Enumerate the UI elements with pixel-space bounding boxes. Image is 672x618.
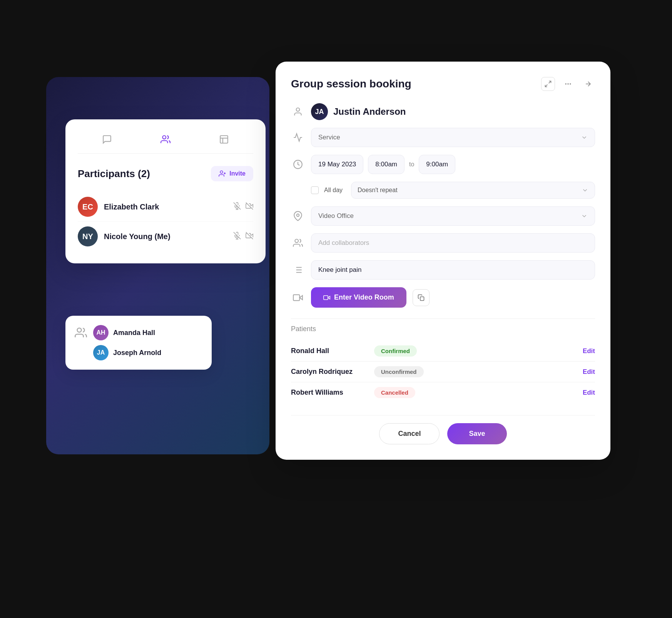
group-card: AH Amanda Hall JA Joseph Arnold	[65, 316, 212, 370]
copy-button[interactable]	[413, 289, 430, 306]
service-select[interactable]: Service	[311, 128, 595, 147]
svg-point-19	[570, 84, 571, 84]
svg-line-17	[545, 85, 548, 87]
collaborators-icon	[291, 238, 305, 248]
patient-row-ronald: Ronald Hall Confirmed Edit	[291, 341, 595, 362]
notes-row: Knee joint pain	[291, 260, 595, 280]
avatar-joseph: JA	[93, 345, 109, 360]
collaborators-placeholder: Add collaborators	[318, 239, 369, 246]
tab-chat[interactable]	[99, 132, 115, 147]
collaborators-field[interactable]: Add collaborators	[311, 233, 595, 253]
patient-name-ronald: Ronald Hall	[291, 347, 368, 355]
member-name-amanda: Amanda Hall	[113, 329, 155, 337]
service-icon	[291, 132, 305, 142]
participant-elizabeth: EC Elizabeth Clark	[78, 192, 253, 222]
time-start-field[interactable]: 8:00am	[368, 155, 405, 174]
notes-field[interactable]: Knee joint pain	[311, 260, 595, 280]
repeat-select[interactable]: Doesn't repeat	[351, 182, 595, 199]
panel-header: Group session booking	[291, 77, 595, 91]
participant-icons-nicole	[233, 232, 253, 241]
participants-title: Participants (2)	[78, 168, 150, 180]
close-icon[interactable]	[581, 77, 595, 91]
date-field[interactable]: 19 May 2023	[311, 155, 363, 174]
location-row: Video Office	[291, 206, 595, 226]
patients-section: Patients Ronald Hall Confirmed Edit Caro…	[291, 325, 595, 403]
avatar-elizabeth: EC	[78, 197, 98, 217]
mic-off-icon-2[interactable]	[233, 232, 241, 241]
mic-off-icon[interactable]	[233, 202, 241, 212]
allday-row: All day Doesn't repeat	[311, 182, 595, 199]
svg-point-24	[297, 214, 299, 217]
svg-point-22	[296, 108, 300, 111]
svg-point-15	[77, 328, 82, 332]
repeat-label: Doesn't repeat	[358, 187, 398, 194]
provider-name: Justin Anderson	[333, 106, 406, 117]
invite-label: Invite	[229, 170, 246, 177]
video-icon	[291, 293, 305, 303]
svg-point-18	[568, 84, 568, 84]
service-row: Service	[291, 128, 595, 147]
member-name-joseph: Joseph Arnold	[113, 349, 161, 357]
svg-point-4	[220, 171, 223, 174]
participant-nicole: NY Nicole Young (Me)	[78, 222, 253, 251]
collaborators-row: Add collaborators	[291, 233, 595, 253]
patient-row-robert: Robert Williams Cancelled Edit	[291, 382, 595, 403]
group-members: AH Amanda Hall JA Joseph Arnold	[93, 325, 161, 360]
location-label: Video Office	[318, 212, 354, 220]
participants-card: Participants (2) Invite EC Elizabeth Cla…	[65, 119, 266, 263]
allday-label: All day	[324, 187, 343, 194]
svg-rect-35	[324, 295, 328, 300]
tab-participants[interactable]	[158, 132, 173, 147]
time-end-field[interactable]: 9:00am	[419, 155, 455, 174]
group-member-joseph: JA Joseph Arnold	[93, 345, 161, 360]
patients-title: Patients	[291, 325, 595, 333]
participant-icons-elizabeth	[233, 202, 253, 212]
save-button[interactable]: Save	[447, 423, 507, 444]
svg-marker-34	[328, 296, 330, 299]
cancel-button[interactable]: Cancel	[379, 423, 440, 444]
provider-avatar: JA	[311, 103, 328, 120]
patient-name-carolyn: Carolyn Rodriquez	[291, 368, 368, 376]
avatar-amanda: AH	[93, 325, 109, 340]
svg-point-0	[162, 136, 166, 139]
edit-link-carolyn[interactable]: Edit	[583, 368, 595, 376]
to-label: to	[409, 161, 414, 168]
enter-video-button[interactable]: Enter Video Room	[311, 287, 406, 308]
service-placeholder: Service	[318, 134, 340, 141]
svg-line-16	[549, 81, 551, 84]
tab-notes[interactable]	[216, 132, 232, 147]
panel-title: Group session booking	[291, 78, 411, 90]
svg-marker-32	[299, 295, 303, 300]
expand-icon[interactable]	[541, 77, 555, 91]
participant-name-elizabeth: Elizabeth Clark	[104, 203, 233, 211]
panel-header-icons	[541, 77, 595, 91]
svg-rect-33	[293, 295, 299, 300]
patient-row-carolyn: Carolyn Rodriquez Unconfirmed Edit	[291, 362, 595, 382]
svg-point-25	[295, 239, 298, 243]
status-badge-confirmed: Confirmed	[374, 345, 417, 357]
participant-name-nicole: Nicole Young (Me)	[104, 232, 233, 241]
camera-off-icon-2[interactable]	[246, 232, 253, 241]
provider-row: JA Justin Anderson	[291, 103, 595, 120]
video-btn-label: Enter Video Room	[334, 293, 394, 301]
datetime-row: 19 May 2023 8:00am to 9:00am	[291, 155, 595, 174]
participants-header: Participants (2) Invite	[78, 166, 253, 181]
location-icon	[291, 211, 305, 221]
status-badge-cancelled: Cancelled	[374, 387, 415, 398]
status-badge-unconfirmed: Unconfirmed	[374, 366, 424, 377]
patient-name-robert: Robert Williams	[291, 389, 368, 397]
notes-icon	[291, 265, 305, 275]
more-icon[interactable]	[561, 77, 575, 91]
edit-link-robert[interactable]: Edit	[583, 389, 595, 397]
clock-icon	[291, 159, 305, 169]
video-row: Enter Video Room	[291, 287, 595, 308]
svg-rect-1	[220, 136, 228, 143]
location-select[interactable]: Video Office	[311, 206, 595, 226]
tab-bar	[78, 132, 253, 154]
edit-link-ronald[interactable]: Edit	[583, 347, 595, 355]
camera-off-icon[interactable]	[246, 202, 253, 212]
invite-button[interactable]: Invite	[211, 166, 253, 181]
booking-panel: Group session booking	[276, 62, 610, 460]
svg-rect-36	[420, 296, 424, 300]
allday-checkbox[interactable]	[311, 186, 319, 194]
